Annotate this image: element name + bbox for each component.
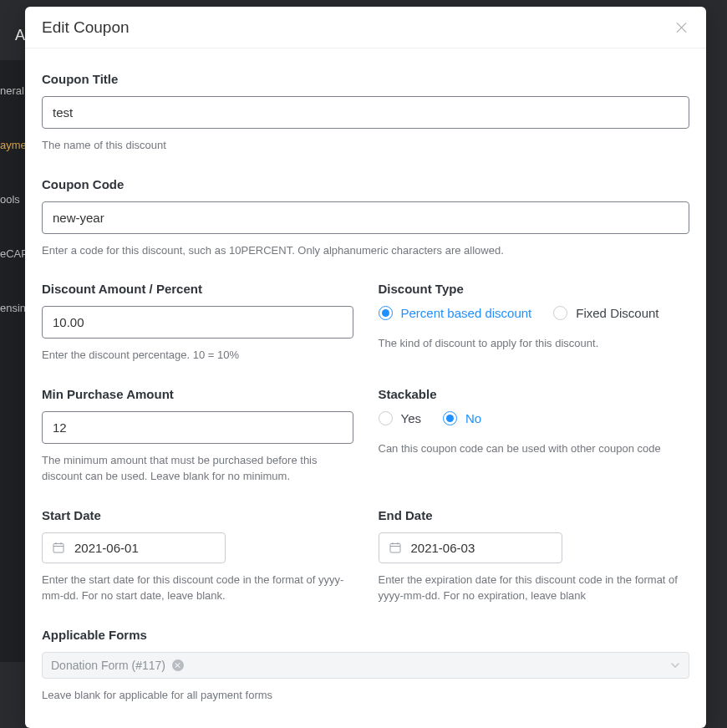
modal-title: Edit Coupon — [42, 18, 130, 37]
field-end-date: End Date 2021-06-03 Enter the expiration… — [379, 508, 690, 604]
sidebar-item-label: neral — [0, 84, 24, 97]
row-discount: Discount Amount / Percent Enter the disc… — [42, 282, 689, 364]
calendar-icon — [389, 542, 401, 553]
label-discount-type: Discount Type — [379, 282, 690, 296]
sidebar-item-label: ensin — [0, 302, 26, 314]
radio-label: Yes — [401, 411, 421, 425]
field-discount-amount: Discount Amount / Percent Enter the disc… — [42, 282, 353, 364]
helper-start-date: Enter the start date for this discount c… — [42, 572, 353, 604]
svg-rect-4 — [390, 544, 400, 553]
radio-label: Percent based discount — [401, 306, 532, 320]
field-coupon-title: Coupon Title The name of this discount — [42, 72, 689, 154]
modal-body: Coupon Title The name of this discount C… — [25, 48, 706, 728]
end-date-input[interactable]: 2021-06-03 — [379, 532, 562, 563]
label-status: Status — [42, 725, 689, 728]
tag-remove-icon[interactable] — [172, 659, 184, 671]
label-coupon-title: Coupon Title — [42, 72, 689, 86]
svg-rect-0 — [53, 544, 64, 553]
field-min-purchase: Min Purchase Amount The minimum amount t… — [42, 387, 353, 485]
sidebar: neral ayme ools eCAP ensin — [0, 60, 28, 662]
field-start-date: Start Date 2021-06-01 Enter the start da… — [42, 508, 353, 604]
sidebar-item-licensing[interactable]: ensin — [0, 281, 28, 335]
radio-label: Fixed Discount — [576, 306, 658, 320]
sidebar-item-payment[interactable]: ayme — [0, 118, 28, 172]
radio-label: No — [465, 411, 481, 425]
radio-stackable-no[interactable]: No — [443, 411, 481, 425]
row-min-stackable: Min Purchase Amount The minimum amount t… — [42, 387, 689, 485]
helper-coupon-code: Enter a code for this discount, such as … — [42, 242, 689, 259]
row-dates: Start Date 2021-06-01 Enter the start da… — [42, 508, 689, 604]
sidebar-item-recaptcha[interactable]: eCAP — [0, 227, 28, 281]
field-discount-type: Discount Type Percent based discount Fix… — [379, 282, 690, 364]
field-coupon-code: Coupon Code Enter a code for this discou… — [42, 177, 689, 259]
helper-min-purchase: The minimum amount that must be purchase… — [42, 452, 353, 485]
modal-header: Edit Coupon — [25, 7, 706, 48]
helper-discount-type: The kind of discount to apply for this d… — [379, 335, 690, 352]
applicable-forms-tag: Donation Form (#117) — [51, 659, 184, 672]
radio-dot-icon — [379, 411, 393, 425]
radio-dot-icon — [443, 411, 457, 425]
helper-applicable-forms: Leave blank for applicable for all payme… — [42, 687, 689, 704]
applicable-forms-select[interactable]: Donation Form (#117) — [42, 652, 689, 679]
chevron-down-icon — [670, 660, 680, 670]
discount-amount-input[interactable] — [42, 306, 353, 339]
coupon-title-input[interactable] — [42, 96, 689, 129]
label-applicable-forms: Applicable Forms — [42, 628, 689, 642]
helper-stackable: Can this coupon code can be used with ot… — [379, 440, 690, 457]
end-date-value: 2021-06-03 — [411, 541, 475, 555]
label-stackable: Stackable — [379, 387, 690, 401]
field-stackable: Stackable Yes No Can this coupon code ca… — [379, 387, 690, 485]
label-min-purchase: Min Purchase Amount — [42, 387, 353, 401]
radio-dot-icon — [553, 306, 567, 320]
tag-text: Donation Form (#117) — [51, 659, 165, 672]
label-start-date: Start Date — [42, 508, 353, 522]
start-date-input[interactable]: 2021-06-01 — [42, 532, 226, 563]
edit-coupon-modal: Edit Coupon Coupon Title The name of thi… — [25, 7, 706, 728]
start-date-value: 2021-06-01 — [74, 541, 139, 555]
close-icon[interactable] — [676, 22, 688, 33]
field-applicable-forms: Applicable Forms Donation Form (#117) Le… — [42, 628, 689, 704]
radio-dot-icon — [379, 306, 393, 320]
sidebar-item-label: ools — [0, 193, 20, 206]
sidebar-item-general[interactable]: neral — [0, 64, 28, 118]
helper-coupon-title: The name of this discount — [42, 137, 689, 154]
label-discount-amount: Discount Amount / Percent — [42, 282, 353, 296]
radio-percent-discount[interactable]: Percent based discount — [379, 306, 532, 320]
helper-end-date: Enter the expiration date for this disco… — [379, 572, 690, 604]
sidebar-item-tools[interactable]: ools — [0, 172, 28, 227]
coupon-code-input[interactable] — [42, 201, 689, 234]
radio-stackable-yes[interactable]: Yes — [379, 411, 421, 425]
sidebar-item-label: ayme — [0, 139, 27, 151]
helper-discount-amount: Enter the discount percentage. 10 = 10% — [42, 347, 353, 364]
label-end-date: End Date — [379, 508, 690, 522]
sidebar-item-label: eCAP — [0, 247, 28, 260]
calendar-icon — [53, 542, 64, 553]
min-purchase-input[interactable] — [42, 411, 353, 444]
field-status: Status Active Inactive — [42, 725, 689, 728]
label-coupon-code: Coupon Code — [42, 177, 689, 191]
radio-fixed-discount[interactable]: Fixed Discount — [553, 306, 658, 320]
